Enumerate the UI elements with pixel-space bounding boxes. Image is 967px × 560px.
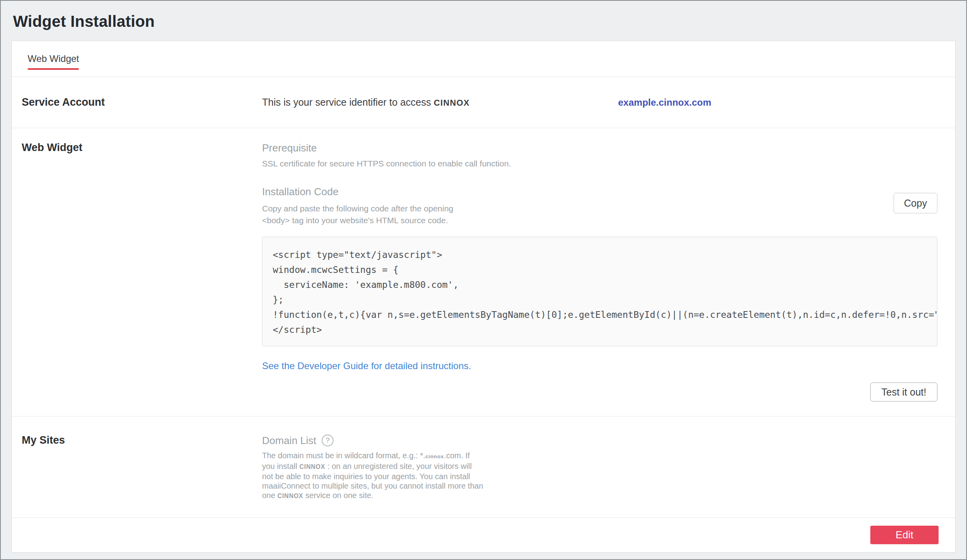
code-line: }; <box>273 292 937 307</box>
domain-list-description: The domain must be in wildcard format, e… <box>262 451 484 501</box>
developer-guide-link[interactable]: See the Developer Guide for detailed ins… <box>262 360 471 371</box>
domain-list-title: Domain List <box>262 434 316 447</box>
prerequisite-title: Prerequisite <box>262 142 937 154</box>
widget-installation-card: Web Widget Service Account This is your … <box>11 41 956 553</box>
test-it-out-button[interactable]: Test it out! <box>870 383 937 401</box>
card-footer: Edit <box>12 517 955 552</box>
section-label-my-sites: My Sites <box>22 434 262 517</box>
tab-bar: Web Widget <box>12 41 955 77</box>
cinnox-brand-text: CINNOX <box>434 98 470 108</box>
cinnox-brand-inline: CINNOX <box>277 493 303 499</box>
my-sites-section: My Sites Domain List ? The domain must b… <box>12 416 955 517</box>
test-button-row: Test it out! <box>262 383 937 401</box>
service-description-text: This is your service identifier to acces… <box>262 97 434 108</box>
installation-hint: Copy and paste the following code after … <box>262 203 477 226</box>
help-icon[interactable]: ? <box>322 435 334 446</box>
tab-web-widget[interactable]: Web Widget <box>28 53 79 64</box>
copy-button[interactable]: Copy <box>894 193 937 213</box>
prerequisite-text: SSL certificate for secure HTTPS connect… <box>262 158 937 170</box>
web-widget-content: Prerequisite SSL certificate for secure … <box>262 142 937 416</box>
service-account-description: This is your service identifier to acces… <box>262 97 937 108</box>
code-line: serviceName: 'example.m800.com', <box>273 277 937 292</box>
code-line: <script type="text/javascript"> <box>273 247 937 262</box>
cinnox-brand-inline: CINNOX <box>300 463 325 470</box>
code-line: </script> <box>273 322 937 337</box>
domain-desc-text: service on one site. <box>303 491 373 500</box>
section-label-web-widget: Web Widget <box>22 142 262 416</box>
section-label-service-account: Service Account <box>22 96 262 108</box>
service-account-section: Service Account This is your service ide… <box>12 77 955 128</box>
installation-code-title: Installation Code <box>262 185 937 198</box>
code-line: !function(e,t,c){var n,s=e.getElementsBy… <box>273 307 937 322</box>
domain-desc-text: The domain must be in wildcard format, e… <box>262 451 425 460</box>
edit-button[interactable]: Edit <box>870 526 939 544</box>
my-sites-content: Domain List ? The domain must be in wild… <box>262 434 937 517</box>
code-line: window.mcwcSettings = { <box>273 262 937 277</box>
page-title: Widget Installation <box>1 1 966 41</box>
installation-code-block[interactable]: <script type="text/javascript"> window.m… <box>262 237 937 346</box>
web-widget-section: Web Widget Prerequisite SSL certificate … <box>12 128 955 416</box>
domain-list-header: Domain List ? <box>262 434 937 447</box>
cinnox-brand-tiny: cinnox <box>425 454 444 459</box>
widget-installation-page: Widget Installation Web Widget Service A… <box>0 0 967 560</box>
service-domain-link[interactable]: example.cinnox.com <box>618 97 711 108</box>
